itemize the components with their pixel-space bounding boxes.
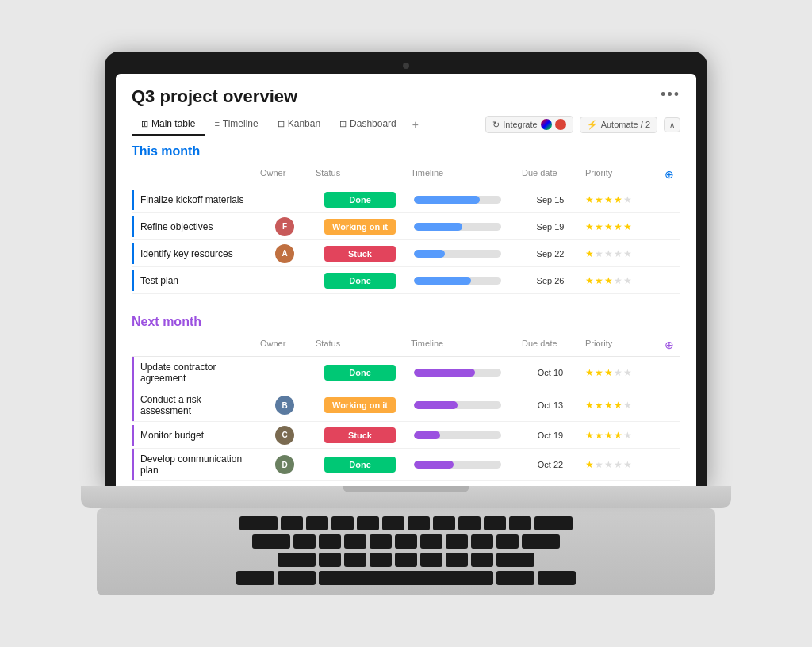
status-badge[interactable]: Stuck bbox=[324, 246, 396, 262]
key-y bbox=[408, 516, 430, 530]
table-row[interactable]: Identify key resources A Stuck Sep 22 ★★… bbox=[132, 240, 680, 267]
row-timeline-cell bbox=[408, 274, 519, 288]
status-badge[interactable]: Working on it bbox=[324, 219, 396, 235]
key-ctrl-r bbox=[538, 571, 576, 585]
integrate-button[interactable]: ↻ Integrate bbox=[485, 116, 573, 133]
add-col-icon[interactable]: ⊕ bbox=[665, 168, 674, 181]
col-status: Status bbox=[312, 167, 408, 182]
tab-main-table-label: Main table bbox=[151, 118, 195, 129]
key-caps bbox=[252, 534, 290, 549]
star-2: ★ bbox=[604, 459, 613, 470]
page-title: Q3 project overview bbox=[132, 86, 297, 107]
status-badge[interactable]: Stuck bbox=[324, 427, 396, 443]
key-l bbox=[496, 534, 519, 549]
row-task-name: Conduct a risk assessment bbox=[132, 389, 257, 421]
key-z bbox=[319, 553, 341, 567]
next-month-section: Next month Owner Status Timeline Due dat… bbox=[116, 307, 696, 481]
row-status-cell: Stuck bbox=[312, 243, 408, 265]
star-1: ★ bbox=[595, 459, 603, 470]
table-row[interactable]: Conduct a risk assessment B Working on i… bbox=[132, 389, 680, 422]
laptop-wrapper: Q3 project overview ••• ⊞ Main table ≡ T… bbox=[81, 52, 731, 595]
star-0: ★ bbox=[585, 400, 594, 411]
kanban-icon: ⊟ bbox=[278, 119, 285, 129]
key-row-4 bbox=[109, 571, 703, 585]
row-owner-cell: D bbox=[257, 452, 312, 477]
key-v bbox=[395, 553, 417, 567]
key-space bbox=[319, 571, 493, 585]
key-shift-l bbox=[278, 553, 316, 567]
key-backspace bbox=[534, 516, 573, 530]
timeline-bar-container bbox=[414, 223, 501, 231]
row-priority-cell: ★★★★★ bbox=[582, 364, 661, 381]
table-row[interactable]: Monitor budget C Stuck Oct 19 ★★★★★ bbox=[132, 422, 680, 449]
row-due-date: Oct 10 bbox=[519, 365, 582, 381]
tab-main-table[interactable]: ⊞ Main table bbox=[132, 113, 205, 136]
tab-timeline[interactable]: ≡ Timeline bbox=[205, 113, 267, 136]
row-due-date: Oct 13 bbox=[519, 397, 582, 413]
key-n bbox=[446, 553, 468, 567]
key-row-3 bbox=[109, 553, 703, 567]
status-badge[interactable]: Working on it bbox=[324, 397, 396, 413]
table-row[interactable]: Finalize kickoff materials Done Sep 15 ★… bbox=[132, 186, 680, 213]
add-col-icon-2[interactable]: ⊕ bbox=[665, 339, 674, 351]
key-m bbox=[471, 553, 493, 567]
star-0: ★ bbox=[585, 275, 594, 286]
collapse-button[interactable]: ∧ bbox=[664, 117, 680, 132]
row-owner-cell: F bbox=[257, 214, 312, 239]
status-badge[interactable]: Done bbox=[324, 192, 396, 208]
col-timeline-2: Timeline bbox=[408, 337, 519, 353]
add-tab-button[interactable]: + bbox=[406, 113, 425, 136]
row-add-cell bbox=[661, 278, 680, 284]
row-priority-cell: ★★★★★ bbox=[582, 456, 661, 473]
title-row: Q3 project overview ••• bbox=[132, 86, 680, 107]
timeline-bar bbox=[414, 196, 480, 204]
status-badge[interactable]: Done bbox=[324, 365, 396, 381]
timeline-bar-container bbox=[414, 431, 501, 439]
key-row-2 bbox=[109, 534, 703, 549]
tabs-right-actions: ↻ Integrate ⚡ Automate / 2 ∧ bbox=[485, 116, 680, 133]
next-month-table-header: Owner Status Timeline Due date Priority … bbox=[132, 334, 680, 357]
star-0: ★ bbox=[585, 194, 594, 205]
row-task-name: Finalize kickoff materials bbox=[132, 190, 257, 210]
star-4: ★ bbox=[623, 430, 632, 441]
table-row[interactable]: Refine objectives F Working on it Sep 19… bbox=[132, 213, 680, 240]
timeline-bar-container bbox=[414, 250, 501, 258]
tab-dashboard[interactable]: ⊞ Dashboard bbox=[330, 113, 406, 136]
star-0: ★ bbox=[585, 459, 594, 470]
star-1: ★ bbox=[595, 400, 603, 411]
row-task-name: Update contractor agreement bbox=[132, 357, 257, 389]
timeline-bar-container bbox=[414, 277, 501, 285]
key-shift-r bbox=[496, 553, 534, 567]
col-due-date: Due date bbox=[519, 167, 582, 182]
timeline-bar-container bbox=[414, 461, 501, 469]
more-button[interactable]: ••• bbox=[661, 86, 680, 103]
star-2: ★ bbox=[604, 248, 613, 259]
owner-avatar: B bbox=[275, 396, 294, 415]
row-due-date: Sep 15 bbox=[519, 192, 582, 208]
automate-label: Automate / 2 bbox=[601, 120, 650, 129]
star-4: ★ bbox=[623, 248, 632, 259]
timeline-bar bbox=[414, 250, 445, 258]
tab-kanban[interactable]: ⊟ Kanban bbox=[268, 113, 330, 136]
row-status-cell: Done bbox=[312, 270, 408, 292]
star-3: ★ bbox=[614, 459, 622, 470]
col-priority-2: Priority bbox=[582, 337, 661, 353]
star-3: ★ bbox=[614, 400, 622, 411]
table-row[interactable]: Develop communication plan D Done Oct 22… bbox=[132, 449, 680, 481]
status-badge[interactable]: Done bbox=[324, 457, 396, 473]
table-row[interactable]: Test plan Done Sep 26 ★★★★★ bbox=[132, 267, 680, 294]
row-status-cell: Done bbox=[312, 454, 408, 476]
tabs-row: ⊞ Main table ≡ Timeline ⊟ Kanban ⊞ bbox=[132, 113, 680, 136]
col-due-date-2: Due date bbox=[519, 337, 582, 353]
row-status-cell: Working on it bbox=[312, 394, 408, 416]
status-badge[interactable]: Done bbox=[324, 273, 396, 289]
key-tab bbox=[239, 516, 278, 530]
star-0: ★ bbox=[585, 221, 594, 232]
automate-button[interactable]: ⚡ Automate / 2 bbox=[580, 117, 657, 133]
star-4: ★ bbox=[623, 275, 632, 286]
table-row[interactable]: Update contractor agreement Done Oct 10 … bbox=[132, 357, 680, 389]
row-priority-cell: ★★★★★ bbox=[582, 396, 661, 414]
key-i bbox=[458, 516, 481, 530]
row-timeline-cell bbox=[408, 247, 519, 261]
row-owner-cell bbox=[257, 197, 312, 203]
